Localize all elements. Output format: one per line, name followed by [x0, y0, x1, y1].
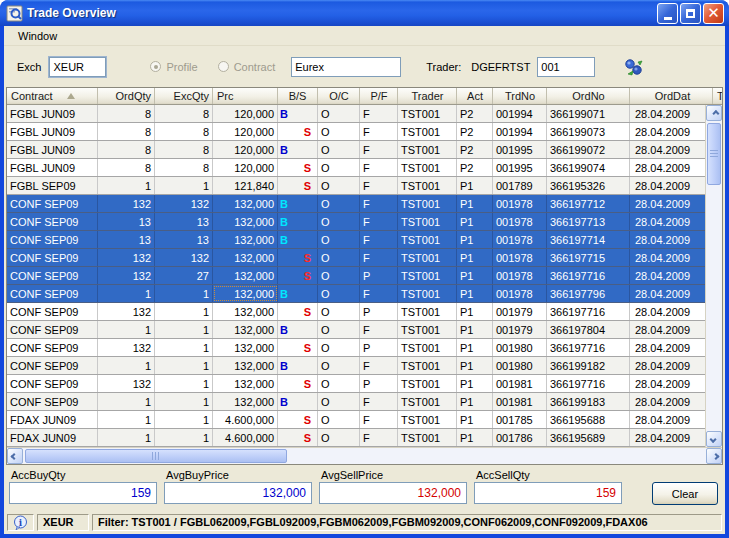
cell-oc: O [318, 285, 360, 302]
cell-ordqty: 8 [98, 141, 155, 158]
cell-ordno: 366199183 [547, 393, 630, 410]
table-row[interactable]: CONF SEP09 132 27 132,000 S O P TST001 P… [7, 267, 722, 285]
table-row[interactable]: CONF SEP09 132 1 132,000 S O P TST001 P1… [7, 339, 722, 357]
column-header-excqty[interactable]: ExcQty [155, 88, 213, 104]
profile-input[interactable] [291, 57, 401, 77]
buy-sell-flag: B [280, 198, 288, 210]
table-row[interactable]: CONF SEP09 13 13 132,000 B O F TST001 P1… [7, 213, 722, 231]
cell-prc: 120,000 [213, 105, 278, 122]
table-row[interactable]: FDAX JUN09 1 1 4.600,000 S O F TST001 P1… [7, 429, 722, 447]
cell-oc: O [318, 249, 360, 266]
cell-act: P1 [457, 393, 493, 410]
table-row[interactable]: FGBL JUN09 8 8 120,000 S O F TST001 P2 0… [7, 123, 722, 141]
cell-contract: CONF SEP09 [7, 213, 98, 230]
cell-trdno: 001978 [493, 285, 547, 302]
cell-pf: F [360, 285, 398, 302]
buy-sell-flag: S [304, 306, 311, 318]
scroll-left-button[interactable] [7, 448, 23, 464]
cell-prc: 132,000 [213, 339, 278, 356]
table-row[interactable]: FGBL SEP09 1 1 121,840 S O F TST001 P1 0… [7, 177, 722, 195]
cell-trader: TST001 [398, 105, 457, 122]
cell-ordno: 366195689 [547, 429, 630, 446]
menu-window[interactable]: Window [12, 28, 63, 44]
column-header-ordno[interactable]: OrdNo [547, 88, 630, 104]
buy-sell-flag: S [304, 126, 311, 138]
column-header-tr[interactable]: Tr [713, 88, 722, 104]
column-header-bs[interactable]: B/S [278, 88, 318, 104]
table-row[interactable]: CONF SEP09 132 132 132,000 S O F TST001 … [7, 249, 722, 267]
table-row[interactable]: CONF SEP09 13 13 132,000 B O F TST001 P1… [7, 231, 722, 249]
table-row[interactable]: CONF SEP09 132 132 132,000 B O F TST001 … [7, 195, 722, 213]
cell-excqty: 8 [155, 105, 213, 122]
column-header-trader[interactable]: Trader [398, 88, 457, 104]
cell-bs: S [278, 249, 318, 266]
cell-contract: CONF SEP09 [7, 195, 98, 212]
scroll-down-button[interactable] [706, 431, 722, 447]
cell-bs: B [278, 285, 318, 302]
horizontal-scrollbar[interactable] [7, 447, 722, 464]
cell-trdno: 001789 [493, 177, 547, 194]
status-icon-panel: i [7, 514, 34, 531]
titlebar[interactable]: Trade Overview ✕ [0, 0, 729, 26]
buy-sell-flag: S [304, 432, 311, 444]
cell-pf: F [360, 213, 398, 230]
cell-pf: F [360, 429, 398, 446]
table-row[interactable]: FGBL JUN09 8 8 120,000 B O F TST001 P2 0… [7, 141, 722, 159]
maximize-button[interactable] [680, 3, 701, 24]
column-header-contract[interactable]: Contract [7, 88, 98, 104]
cell-ordqty: 132 [98, 249, 155, 266]
column-header-ordqty[interactable]: OrdQty [98, 88, 155, 104]
trader-num-input[interactable] [537, 57, 595, 77]
cell-pf: F [360, 249, 398, 266]
table-row[interactable]: CONF SEP09 1 1 132,000 B O F TST001 P1 0… [7, 321, 722, 339]
cell-bs: S [278, 429, 318, 446]
cell-trader: TST001 [398, 393, 457, 410]
profile-radio[interactable]: Profile [150, 61, 197, 73]
clear-button[interactable]: Clear [652, 482, 718, 505]
cell-trader: TST001 [398, 249, 457, 266]
cell-pf: F [360, 159, 398, 176]
scroll-right-button[interactable] [706, 448, 722, 464]
exch-input[interactable] [49, 57, 106, 77]
buy-sell-flag: S [304, 378, 311, 390]
request-transfer-icon[interactable] [623, 57, 645, 77]
table-row[interactable]: CONF SEP09 1 1 132,000 B O F TST001 P1 0… [7, 357, 722, 375]
cell-prc: 4.600,000 [213, 429, 278, 446]
cell-orddat: 28.04.2009 [630, 339, 713, 356]
contract-radio[interactable]: Contract [218, 61, 276, 73]
minimize-button[interactable] [657, 3, 678, 24]
grid-header-row: Contract OrdQty ExcQty Prc B/S O/C P/F T… [7, 88, 722, 105]
cell-excqty: 1 [155, 429, 213, 446]
table-row[interactable]: FDAX JUN09 1 1 4.600,000 S O F TST001 P1… [7, 411, 722, 429]
column-header-act[interactable]: Act [457, 88, 493, 104]
horizontal-scroll-thumb[interactable] [25, 449, 287, 463]
column-header-trdno[interactable]: TrdNo [493, 88, 547, 104]
cell-ordno: 366197714 [547, 231, 630, 248]
cell-oc: O [318, 267, 360, 284]
column-header-orddat[interactable]: OrdDat [630, 88, 713, 104]
cell-act: P1 [457, 285, 493, 302]
cell-bs: B [278, 231, 318, 248]
scroll-up-button[interactable] [706, 105, 722, 121]
vertical-scroll-track[interactable] [706, 185, 722, 431]
cell-oc: O [318, 177, 360, 194]
table-row[interactable]: CONF SEP09 132 1 132,000 S O P TST001 P1… [7, 303, 722, 321]
table-row[interactable]: CONF SEP09 1 1 132,000 B O F TST001 P1 0… [7, 393, 722, 411]
vertical-scrollbar[interactable] [705, 105, 722, 447]
cell-excqty: 8 [155, 159, 213, 176]
close-button[interactable]: ✕ [703, 3, 724, 24]
buy-sell-flag: S [304, 270, 311, 282]
cell-bs: B [278, 195, 318, 212]
column-header-pf[interactable]: P/F [360, 88, 398, 104]
table-row[interactable]: FGBL JUN09 8 8 120,000 B O F TST001 P2 0… [7, 105, 722, 123]
cell-contract: FGBL JUN09 [7, 141, 98, 158]
vertical-scroll-thumb[interactable] [707, 123, 721, 185]
column-header-oc[interactable]: O/C [318, 88, 360, 104]
cell-oc: O [318, 375, 360, 392]
column-header-prc[interactable]: Prc [213, 88, 278, 104]
cell-ordno: 366197796 [547, 285, 630, 302]
table-row[interactable]: CONF SEP09 132 1 132,000 S O P TST001 P1… [7, 375, 722, 393]
table-row[interactable]: FGBL JUN09 8 8 120,000 S O F TST001 P2 0… [7, 159, 722, 177]
table-row[interactable]: CONF SEP09 1 1 132,000 B O F TST001 P1 0… [7, 285, 722, 303]
cell-trader: TST001 [398, 285, 457, 302]
